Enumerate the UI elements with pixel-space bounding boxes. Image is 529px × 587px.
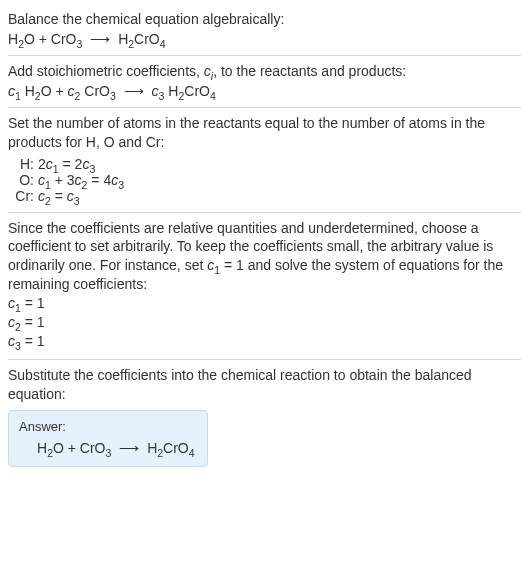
solution-line: c3 = 1 bbox=[8, 332, 521, 351]
atom-balance-table: H: 2c1 = 2c3 O: c1 + 3c2 = 4c3 Cr: c2 = … bbox=[8, 156, 128, 204]
section-atom-balance: Set the number of atoms in the reactants… bbox=[8, 108, 521, 213]
table-row: O: c1 + 3c2 = 4c3 bbox=[8, 172, 128, 188]
species-h2cro4: H2CrO4 bbox=[147, 440, 194, 456]
species-cro3: CrO3 bbox=[80, 440, 112, 456]
species-cro3: CrO3 bbox=[84, 83, 116, 99]
arrow-icon: ⟶ bbox=[115, 440, 143, 456]
atom-eq-h: 2c1 = 2c3 bbox=[38, 156, 128, 172]
atom-label-cr: Cr: bbox=[8, 188, 38, 204]
substitute-text: Substitute the coefficients into the che… bbox=[8, 366, 521, 404]
solution-line: c1 = 1 bbox=[8, 294, 521, 313]
section-coefficients: Add stoichiometric coefficients, ci, to … bbox=[8, 56, 521, 108]
section-solve: Since the coefficients are relative quan… bbox=[8, 213, 521, 360]
solution-line: c2 = 1 bbox=[8, 313, 521, 332]
plus: + bbox=[35, 31, 51, 47]
equation-balanced: H2O + CrO3 ⟶ H2CrO4 bbox=[19, 440, 197, 456]
answer-label: Answer: bbox=[19, 419, 197, 434]
section-substitute: Substitute the coefficients into the che… bbox=[8, 360, 521, 475]
coefficients-text: Add stoichiometric coefficients, ci, to … bbox=[8, 62, 521, 81]
species-h2o: H2O bbox=[8, 31, 35, 47]
species-h2cro4: H2CrO4 bbox=[168, 83, 215, 99]
species-h2o: H2O bbox=[37, 440, 64, 456]
equation-unbalanced: H2O + CrO3 ⟶ H2CrO4 bbox=[8, 31, 521, 47]
equation-with-coefficients: c1 H2O + c2 CrO3 ⟶ c3 H2CrO4 bbox=[8, 83, 521, 99]
atom-label-o: O: bbox=[8, 172, 38, 188]
species-h2o: H2O bbox=[25, 83, 52, 99]
document-content: Balance the chemical equation algebraica… bbox=[0, 0, 529, 483]
arrow-icon: ⟶ bbox=[120, 83, 148, 99]
coefficient-solutions: c1 = 1 c2 = 1 c3 = 1 bbox=[8, 294, 521, 351]
table-row: Cr: c2 = c3 bbox=[8, 188, 128, 204]
table-row: H: 2c1 = 2c3 bbox=[8, 156, 128, 172]
solve-text: Since the coefficients are relative quan… bbox=[8, 219, 521, 295]
species-h2cro4: H2CrO4 bbox=[118, 31, 165, 47]
answer-box: Answer: H2O + CrO3 ⟶ H2CrO4 bbox=[8, 410, 208, 467]
atom-balance-text: Set the number of atoms in the reactants… bbox=[8, 114, 521, 152]
problem-text: Balance the chemical equation algebraica… bbox=[8, 10, 521, 29]
atom-eq-o: c1 + 3c2 = 4c3 bbox=[38, 172, 128, 188]
atom-label-h: H: bbox=[8, 156, 38, 172]
species-cro3: CrO3 bbox=[51, 31, 83, 47]
section-problem: Balance the chemical equation algebraica… bbox=[8, 4, 521, 56]
arrow-icon: ⟶ bbox=[86, 31, 114, 47]
